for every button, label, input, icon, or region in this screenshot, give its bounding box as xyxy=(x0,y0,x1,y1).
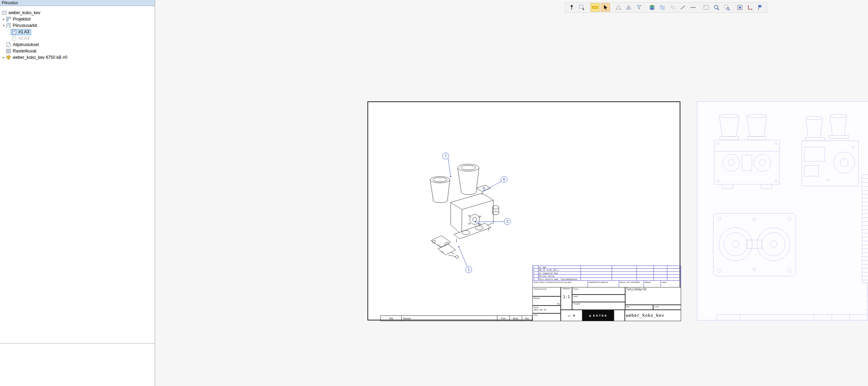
marquee-icon xyxy=(703,4,710,11)
coordinate-axes-tool-button[interactable] xyxy=(746,3,755,12)
balloon-number[interactable]: 1 xyxy=(468,268,470,272)
tree-item-alipiirustukset[interactable]: Alipiirustukset xyxy=(0,41,155,48)
splines-gray-icon xyxy=(669,4,676,11)
coordinate-axes-icon xyxy=(747,4,754,11)
sheet-icon xyxy=(12,29,17,34)
marquee-tool-button[interactable] xyxy=(702,3,711,12)
titleblock-archive-cell: Ark. xyxy=(625,305,653,310)
drawing-name-cell: weber_koko_kev xyxy=(625,310,681,321)
parts-pos: 5 xyxy=(533,272,538,275)
horizontal-line-icon xyxy=(690,4,697,11)
parts-name: Pilv.Austru mem. Taulukkomuoto xyxy=(538,278,581,281)
zoom-tool-button[interactable] xyxy=(712,3,721,12)
parts-header-quality: Laatu xyxy=(661,281,681,287)
company-logo: ▲ESTEK xyxy=(582,310,614,321)
chevron-right-icon[interactable]: ▸ xyxy=(1,17,6,21)
sheets-folder-icon xyxy=(6,23,11,28)
select-tool-button[interactable] xyxy=(601,3,610,12)
balloon-number[interactable]: 6 xyxy=(503,178,505,181)
layer-stack-tool-button[interactable] xyxy=(647,3,657,12)
filter-tool-button[interactable] xyxy=(634,3,644,12)
splines-gray-tool-button[interactable] xyxy=(668,3,677,12)
parts-qty: 2 xyxy=(667,266,681,269)
titleblock-class-cell: Luok. xyxy=(653,305,681,310)
tree-item-piirustusarkit[interactable]: ▾ Piirustusarkit xyxy=(0,22,155,29)
pin-tool-button[interactable] xyxy=(567,3,576,12)
toolbar xyxy=(565,2,767,13)
tree-item-rasterikuvat[interactable]: Rasterikuvat xyxy=(0,48,155,54)
balloon-number[interactable]: 3 xyxy=(506,220,508,224)
drawing-icon xyxy=(2,10,7,15)
drawing-sheet-2-inactive[interactable]: ESTEK weber_koko_kev xyxy=(697,101,868,320)
revision-ref-label: Viite xyxy=(381,316,402,321)
parts-pos: 3 xyxy=(533,278,538,281)
title-block: Tiedostonimet Massakg Suun.2023-04-15 Ta… xyxy=(532,287,681,321)
parts-name: HB_S5 2x30_LN2_L xyxy=(538,269,581,272)
revision-approved-label: Hyv. xyxy=(522,316,532,321)
drawing-name: weber_koko_kev xyxy=(626,313,664,318)
triangle-outline-icon xyxy=(615,4,622,11)
zoom-select-tool-button[interactable] xyxy=(722,3,731,12)
flag-tool-button[interactable] xyxy=(756,3,765,12)
splines-blue-tool-button[interactable] xyxy=(658,3,667,12)
parts-pos: 7 xyxy=(533,266,538,269)
shaded-plane-tool-button[interactable] xyxy=(624,3,633,12)
grid-paste-tool-button[interactable] xyxy=(735,3,744,12)
parts-qty: 4 xyxy=(667,269,681,272)
titleblock-mass-cell: Massakg xyxy=(532,296,561,306)
selected-tree-item: #1 A3 xyxy=(11,29,31,35)
scale-value: 1:1 xyxy=(562,295,571,299)
zoom-select-icon xyxy=(723,4,730,11)
cursor-arrow-icon xyxy=(602,4,609,11)
logo-triangle-icon: ▲ xyxy=(588,314,592,317)
drawing-tree-panel: Piirustus weber_koko_kev ▸ Projektiot ▾ … xyxy=(0,0,155,386)
parts-header-mass: Massa xyxy=(644,281,661,287)
drawing-tree: weber_koko_kev ▸ Projektiot ▾ Piirustusa… xyxy=(0,6,155,61)
drawing-canvas[interactable]: 7 6 3 1 7 ej_opi 2 6 HB_S5 2x30_LN2_L 4 … xyxy=(155,0,868,386)
panel-title: Piirustus xyxy=(0,0,155,6)
subdrawing-icon xyxy=(6,42,11,47)
tree-item-label: Rasterikuvat xyxy=(13,49,36,54)
fence-select-icon xyxy=(578,4,586,11)
tree-item-label: Projektiot xyxy=(13,17,30,22)
diagonal-line-tool-button[interactable] xyxy=(678,3,687,12)
plane-tool-button[interactable] xyxy=(614,3,623,12)
horizontal-line-tool-button[interactable] xyxy=(689,3,698,12)
pin-icon xyxy=(568,4,575,11)
tree-item-label: Alipiirustukset xyxy=(13,42,39,47)
panel-horizontal-splitter[interactable] xyxy=(0,343,155,343)
model-icon xyxy=(6,55,11,60)
projections-folder-icon xyxy=(6,17,11,22)
tree-item-label: weber_koko_kev 6750 kB #0 xyxy=(13,55,67,60)
ghost-sheet-content: ESTEK weber_koko_kev xyxy=(697,102,868,320)
parts-list-table: 7 ej_opi 2 6 HB_S5 2x30_LN2_L 4 5 al_nip… xyxy=(532,265,681,281)
parts-name: Ovizea_fprng xyxy=(538,275,581,278)
measure-tool-button[interactable] xyxy=(590,3,600,12)
parts-name: al_nippilot_Dan xyxy=(538,272,581,275)
tree-item-projektiot[interactable]: ▸ Projektiot xyxy=(0,16,155,22)
parts-qty: 1 xyxy=(667,278,681,281)
titleblock-spacer-cell xyxy=(614,310,625,321)
sheet-icon xyxy=(12,36,17,41)
chevron-down-icon[interactable]: ▾ xyxy=(1,24,6,27)
titleblock-designed-cell: Suun.2023-04-15 xyxy=(532,306,561,313)
tree-item-sheet-2-a3[interactable]: #2 A3 xyxy=(0,35,155,41)
tree-item-sheet-1-a3[interactable]: #1 A3 xyxy=(0,29,155,35)
carburetor-geometry xyxy=(430,164,499,258)
titleblock-work-name-cell: Tyhjiökäyrät xyxy=(625,287,681,305)
titleblock-checked-cell: Tark. xyxy=(532,313,561,321)
splines-blue-icon xyxy=(659,4,666,11)
measure-ruler-icon xyxy=(592,4,599,11)
revision-strip: Viite Muutos Pvm Muut. Hyv. xyxy=(380,315,532,321)
tree-item-model-weber-koko-kev[interactable]: ▸ weber_koko_kev 6750 kB #0 xyxy=(0,54,155,61)
parts-header-name: Osan nimitys / piirustusnumero tai muu a… xyxy=(533,281,588,287)
tree-item-root-drawing[interactable]: weber_koko_kev xyxy=(0,10,155,16)
triangle-shaded-icon xyxy=(625,4,632,11)
tree-item-label: #2 A3 xyxy=(18,36,29,41)
titleblock-project-cell: Projekti xyxy=(572,302,625,310)
chevron-right-icon[interactable]: ▸ xyxy=(1,56,6,59)
balloon-number[interactable]: 7 xyxy=(445,154,447,158)
parts-pos: 6 xyxy=(533,269,538,272)
drawing-sheet-1[interactable]: 7 6 3 1 7 ej_opi 2 6 HB_S5 2x30_LN2_L 4 … xyxy=(367,101,680,320)
fence-select-tool-button[interactable] xyxy=(577,3,587,12)
